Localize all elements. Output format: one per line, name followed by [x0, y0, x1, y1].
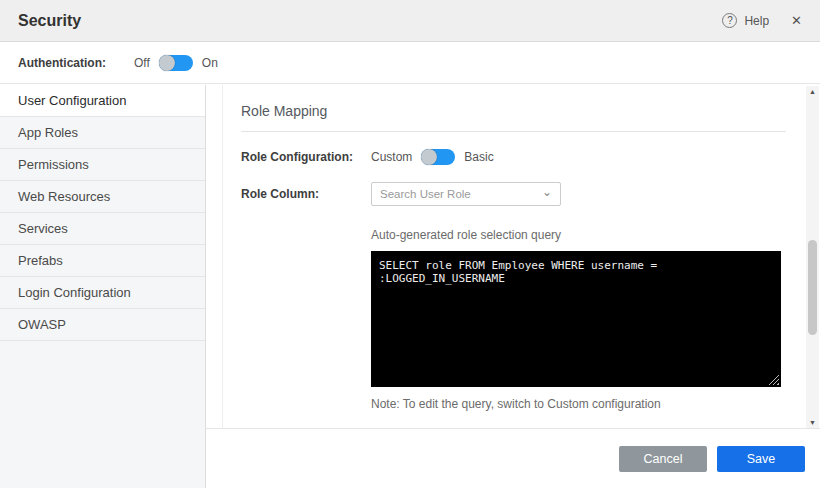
basic-option-label: Basic: [464, 150, 493, 164]
query-note: Note: To edit the query, switch to Custo…: [371, 397, 790, 411]
role-configuration-row: Role Configuration: Custom Basic: [241, 149, 790, 165]
page-title: Security: [18, 12, 81, 30]
resize-handle-icon[interactable]: [768, 374, 779, 385]
sidebar-item-app-roles[interactable]: App Roles: [0, 117, 205, 149]
sidebar-item-web-resources[interactable]: Web Resources: [0, 181, 205, 213]
query-block: Auto-generated role selection query SELE…: [371, 228, 790, 411]
role-column-label: Role Column:: [241, 187, 371, 201]
save-button[interactable]: Save: [717, 446, 805, 472]
query-editor[interactable]: SELECT role FROM Employee WHERE username…: [371, 251, 781, 387]
sidebar: User Configuration App Roles Permissions…: [0, 85, 206, 488]
titlebar: Security ? Help ✕: [0, 0, 820, 42]
query-caption: Auto-generated role selection query: [371, 228, 790, 242]
query-text: SELECT role FROM Employee WHERE username…: [379, 259, 773, 285]
cancel-button[interactable]: Cancel: [619, 446, 707, 472]
sidebar-item-permissions[interactable]: Permissions: [0, 149, 205, 181]
toggle-knob: [159, 55, 175, 71]
authentication-on-label: On: [202, 56, 218, 70]
role-column-row: Role Column: Search User Role ⌄: [241, 182, 790, 206]
scroll-up-icon[interactable]: ▲: [806, 86, 819, 98]
scrollbar-thumb[interactable]: [808, 240, 817, 335]
titlebar-actions: ? Help ✕: [722, 13, 802, 28]
scrollbar[interactable]: ▲ ▼: [806, 86, 819, 429]
section-title: Role Mapping: [241, 103, 790, 119]
custom-option-label: Custom: [371, 150, 412, 164]
sidebar-item-owasp[interactable]: OWASP: [0, 309, 205, 341]
role-mapping-panel: Role Mapping Role Configuration: Custom …: [222, 85, 790, 428]
help-link[interactable]: Help: [744, 14, 769, 28]
help-icon[interactable]: ?: [722, 13, 737, 28]
toggle-knob: [421, 149, 437, 165]
section-divider: [241, 131, 786, 132]
authentication-off-label: Off: [134, 56, 150, 70]
close-icon[interactable]: ✕: [791, 13, 802, 28]
authentication-toggle[interactable]: [159, 55, 193, 71]
role-column-placeholder: Search User Role: [380, 188, 471, 200]
security-dialog: Security ? Help ✕ Authentication: Off On…: [0, 0, 820, 488]
sidebar-item-user-configuration[interactable]: User Configuration: [0, 85, 205, 117]
content-area: Role Mapping Role Configuration: Custom …: [206, 85, 820, 488]
chevron-down-icon: ⌄: [542, 187, 552, 197]
role-configuration-label: Role Configuration:: [241, 150, 371, 164]
role-configuration-toggle[interactable]: [421, 149, 455, 165]
sidebar-item-services[interactable]: Services: [0, 213, 205, 245]
authentication-label: Authentication:: [18, 56, 106, 70]
footer: Cancel Save: [206, 428, 820, 488]
sidebar-item-login-configuration[interactable]: Login Configuration: [0, 277, 205, 309]
role-column-select[interactable]: Search User Role ⌄: [371, 182, 561, 206]
role-configuration-field: Custom Basic: [371, 149, 494, 165]
sidebar-item-prefabs[interactable]: Prefabs: [0, 245, 205, 277]
authentication-row: Authentication: Off On: [0, 42, 820, 84]
